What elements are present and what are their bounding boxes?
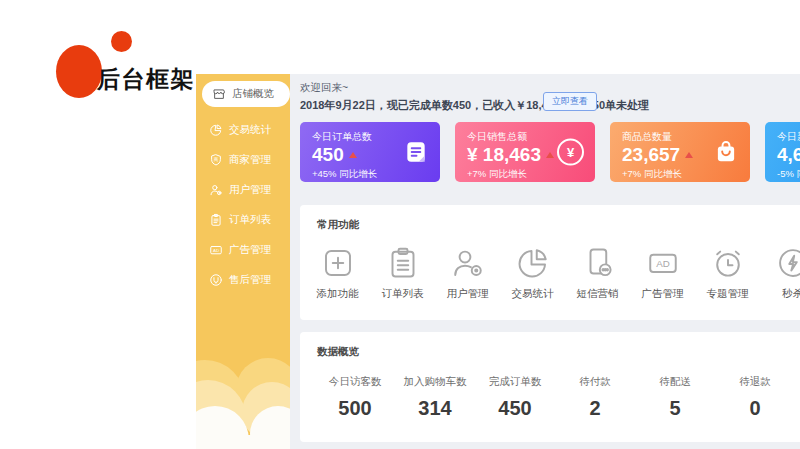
function-label: 秒杀 (782, 287, 800, 301)
function-label: 交易统计 (512, 287, 554, 301)
alarm-clock-icon (710, 245, 746, 281)
overview-stat-label: 待退款 (715, 375, 795, 389)
note-document-icon (403, 139, 429, 165)
sidebar-item-ad-management[interactable]: AD 广告管理 (196, 235, 290, 265)
overview-stat-value: 2 (555, 397, 635, 420)
pie-chart-icon (209, 123, 223, 137)
stat-card-new-today: 今日新增 4,62 -5% 同比 (765, 122, 800, 182)
sidebar-item-label: 店铺概览 (232, 87, 274, 101)
sidebar: 店铺概览 交易统计 商 商家管理 (196, 74, 290, 449)
flash-circle-icon (775, 245, 800, 281)
overview-stat-pending-delivery: 待配送 5 (635, 375, 715, 420)
sidebar-item-shop-overview[interactable]: 店铺概览 (202, 81, 290, 107)
trend-up-icon (685, 152, 693, 158)
function-order-list[interactable]: 订单列表 (370, 245, 435, 301)
dashboard-panel: 店铺概览 交易统计 商 商家管理 (196, 74, 800, 449)
function-label: 专题管理 (707, 287, 749, 301)
stat-card-label: 今日新增 (777, 130, 800, 144)
overview-stat-value: 314 (395, 397, 475, 420)
shield-icon: 商 (209, 153, 223, 167)
overview-stat-label: 待付款 (555, 375, 635, 389)
main-content: 欢迎回来~ 2018年9月22日，现已完成单数450，已收入￥18,462，还有… (290, 74, 800, 449)
overview-stat-visitors: 今日访客数 500 (315, 375, 395, 420)
function-flash-sale[interactable]: 秒杀 (760, 245, 800, 301)
wrench-circle-icon (209, 273, 223, 287)
function-label: 用户管理 (447, 287, 489, 301)
function-label: 添加功能 (317, 287, 359, 301)
stat-card-value: 23,657 (622, 144, 680, 166)
sidebar-item-label: 商家管理 (229, 153, 271, 167)
ad-icon: AD (209, 243, 223, 257)
overview-row: 今日访客数 500 加入购物车数 314 完成订单数 450 待付款 2 待配送 (300, 375, 800, 420)
plus-square-icon (320, 245, 356, 281)
sidebar-item-label: 交易统计 (229, 123, 271, 137)
sidebar-item-user-management[interactable]: 用户管理 (196, 175, 290, 205)
yuan-circle-icon: ¥ (557, 139, 584, 166)
pie-chart-icon (515, 245, 551, 281)
panel-title: 数据概览 (300, 332, 800, 359)
functions-row: 添加功能 订单列表 (300, 245, 800, 301)
storefront-icon (212, 87, 226, 101)
sidebar-item-label: 用户管理 (229, 183, 271, 197)
user-gear-icon (450, 245, 486, 281)
stat-card-change: -5% 同比 (777, 168, 800, 181)
user-gear-icon (209, 183, 223, 197)
stat-card-total-products: 商品总数量 23,657 +7% 同比增长 (610, 122, 750, 182)
trend-up-icon (546, 152, 554, 158)
stat-card-change: +7% 同比增长 (467, 168, 583, 181)
overview-stat-label: 加入购物车数 (395, 375, 475, 389)
overview-stat-label: 待配送 (635, 375, 715, 389)
overview-stat-pending-refund: 待退款 0 (715, 375, 795, 420)
common-functions-panel: 常用功能 添加功能 (300, 205, 800, 320)
function-topic-management[interactable]: 专题管理 (695, 245, 760, 301)
stat-card-value: 4,62 (777, 144, 800, 166)
function-transaction-stats[interactable]: 交易统计 (500, 245, 565, 301)
stat-card-value: ¥ 18,463 (467, 144, 541, 166)
overview-stat-cart: 加入购物车数 314 (395, 375, 475, 420)
svg-text:商: 商 (214, 157, 219, 162)
function-label: 短信营销 (577, 287, 619, 301)
logo-big-circle (56, 45, 102, 98)
stat-cards-row: 今日订单总数 450 +45% 同比增长 今日销售总额 ¥ 18,463 +7%… (300, 122, 800, 182)
stat-card-orders-today: 今日订单总数 450 +45% 同比增长 (300, 122, 440, 182)
overview-stat-value: 450 (475, 397, 555, 420)
view-now-button[interactable]: 立即查看 (543, 92, 597, 111)
stat-card-change: +7% 同比增长 (622, 168, 738, 181)
overview-stat-label: 完成订单数 (475, 375, 555, 389)
cloud-shape (196, 435, 290, 449)
shopping-bag-icon (713, 139, 739, 165)
overview-stat-value: 5 (635, 397, 715, 420)
function-user-management[interactable]: 用户管理 (435, 245, 500, 301)
function-ad-management[interactable]: AD 广告管理 (630, 245, 695, 301)
sidebar-item-order-list[interactable]: 订单列表 (196, 205, 290, 235)
brand-title: 后台框架 (97, 64, 195, 95)
logo-small-circle (111, 31, 132, 52)
data-overview-panel: 数据概览 今日访客数 500 加入购物车数 314 完成订单数 450 待付款 … (300, 332, 800, 442)
stat-card-value: 450 (312, 144, 344, 166)
overview-stat-completed-orders: 完成订单数 450 (475, 375, 555, 420)
overview-stat-label: 今日访客数 (315, 375, 395, 389)
function-label: 广告管理 (642, 287, 684, 301)
panel-title: 常用功能 (300, 205, 800, 232)
function-sms-marketing[interactable]: 短信营销 (565, 245, 630, 301)
sms-phone-icon (580, 245, 616, 281)
function-label: 订单列表 (382, 287, 424, 301)
overview-stat-pending-payment: 待付款 2 (555, 375, 635, 420)
stat-card-sales-today: 今日销售总额 ¥ 18,463 +7% 同比增长 ¥ (455, 122, 595, 182)
svg-text:AD: AD (213, 248, 219, 253)
sidebar-item-after-sales[interactable]: 售后管理 (196, 265, 290, 295)
sidebar-item-label: 售后管理 (229, 273, 271, 287)
sidebar-item-transaction-stats[interactable]: 交易统计 (196, 115, 290, 145)
ad-icon: AD (645, 245, 681, 281)
stat-card-change: +45% 同比增长 (312, 168, 428, 181)
welcome-greeting: 欢迎回来~ (300, 81, 348, 95)
overview-stat-value: 500 (315, 397, 395, 420)
sidebar-item-merchant-management[interactable]: 商 商家管理 (196, 145, 290, 175)
overview-stat-value: 0 (715, 397, 795, 420)
trend-up-icon (349, 152, 357, 158)
sidebar-item-label: 订单列表 (229, 213, 271, 227)
svg-text:AD: AD (656, 258, 670, 269)
sidebar-item-label: 广告管理 (229, 243, 271, 257)
clipboard-icon (209, 213, 223, 227)
function-add[interactable]: 添加功能 (305, 245, 370, 301)
